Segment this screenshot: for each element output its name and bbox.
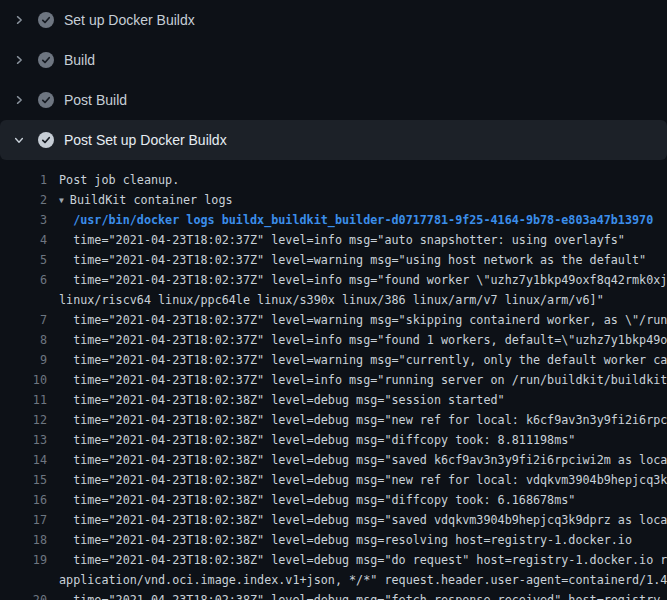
log-text: time="2021-04-23T18:02:38Z" level=debug …	[59, 390, 505, 410]
log-line: 9 time="2021-04-23T18:02:37Z" level=warn…	[0, 350, 667, 370]
chevron-right-icon	[13, 14, 25, 26]
log-line: 18 time="2021-04-23T18:02:38Z" level=deb…	[0, 530, 667, 550]
log-text: Post job cleanup.	[59, 170, 179, 190]
triangle-down-icon: ▼	[59, 191, 64, 211]
log-text: time="2021-04-23T18:02:38Z" level=debug …	[59, 450, 667, 470]
log-line: 7 time="2021-04-23T18:02:37Z" level=warn…	[0, 310, 667, 330]
log-line: 3 /usr/bin/docker logs buildx_buildkit_b…	[0, 210, 667, 230]
log-line: 16 time="2021-04-23T18:02:38Z" level=deb…	[0, 490, 667, 510]
line-number[interactable]: 11	[0, 390, 47, 410]
line-number[interactable]: 13	[0, 430, 47, 450]
log-text-wrapped: application/vnd.oci.image.index.v1+json,…	[59, 570, 667, 590]
log-text: time="2021-04-23T18:02:38Z" level=debug …	[59, 530, 632, 550]
line-number[interactable]: 4	[0, 230, 47, 250]
log-text: time="2021-04-23T18:02:38Z" level=debug …	[59, 470, 667, 490]
step-row-set-up-docker-buildx[interactable]: Set up Docker Buildx	[0, 0, 667, 40]
log-line: 14 time="2021-04-23T18:02:38Z" level=deb…	[0, 450, 667, 470]
line-number[interactable]: 12	[0, 410, 47, 430]
chevron-right-icon	[13, 94, 25, 106]
check-circle-icon	[38, 52, 54, 68]
line-number[interactable]: 7	[0, 310, 47, 330]
line-number[interactable]: 8	[0, 330, 47, 350]
step-label: Post Set up Docker Buildx	[64, 132, 227, 148]
log-text: time="2021-04-23T18:02:37Z" level=info m…	[59, 370, 667, 390]
log-text: time="2021-04-23T18:02:37Z" level=warnin…	[59, 350, 667, 370]
line-number[interactable]: 1	[0, 170, 47, 190]
log-line: 2 ▼BuildKit container logs	[0, 190, 667, 210]
chevron-right-icon	[13, 54, 25, 66]
log-line: 11 time="2021-04-23T18:02:38Z" level=deb…	[0, 390, 667, 410]
line-number[interactable]: 15	[0, 470, 47, 490]
log-group-label: BuildKit container logs	[70, 193, 233, 207]
log-line: 20 time="2021-04-23T18:02:38Z" level=deb…	[0, 590, 667, 600]
line-number[interactable]: 5	[0, 250, 47, 270]
line-number[interactable]: 3	[0, 210, 47, 230]
check-circle-icon	[38, 12, 54, 28]
line-number[interactable]: 2	[0, 190, 47, 210]
step-label: Build	[64, 52, 95, 68]
step-row-build[interactable]: Build	[0, 40, 667, 80]
log-line: 19 time="2021-04-23T18:02:38Z" level=deb…	[0, 550, 667, 570]
line-number[interactable]: 19	[0, 550, 47, 570]
log-line: 10 time="2021-04-23T18:02:37Z" level=inf…	[0, 370, 667, 390]
log-text: time="2021-04-23T18:02:37Z" level=warnin…	[59, 310, 667, 330]
line-number[interactable]: 6	[0, 270, 47, 290]
line-number[interactable]: 18	[0, 530, 47, 550]
log-text: time="2021-04-23T18:02:38Z" level=debug …	[59, 590, 667, 600]
line-number	[0, 570, 47, 590]
line-number[interactable]: 16	[0, 490, 47, 510]
line-number[interactable]: 10	[0, 370, 47, 390]
log-text: time="2021-04-23T18:02:38Z" level=debug …	[59, 410, 667, 430]
log-line: 6 time="2021-04-23T18:02:37Z" level=info…	[0, 270, 667, 290]
log-line: 13 time="2021-04-23T18:02:38Z" level=deb…	[0, 430, 667, 450]
log-group-toggle[interactable]: ▼BuildKit container logs	[59, 190, 233, 210]
step-row-post-set-up-docker-buildx[interactable]: Post Set up Docker Buildx	[0, 120, 667, 160]
actions-log-viewer: Set up Docker Buildx Build Post Build	[0, 0, 667, 600]
step-row-post-build[interactable]: Post Build	[0, 80, 667, 120]
check-circle-icon	[38, 132, 54, 148]
log-line: 8 time="2021-04-23T18:02:37Z" level=info…	[0, 330, 667, 350]
log-text: time="2021-04-23T18:02:37Z" level=info m…	[59, 270, 667, 290]
log-line: 12 time="2021-04-23T18:02:38Z" level=deb…	[0, 410, 667, 430]
log-text: time="2021-04-23T18:02:37Z" level=info m…	[59, 230, 625, 250]
line-number[interactable]: 9	[0, 350, 47, 370]
log-text: time="2021-04-23T18:02:38Z" level=debug …	[59, 490, 575, 510]
log-line: 15 time="2021-04-23T18:02:38Z" level=deb…	[0, 470, 667, 490]
line-number[interactable]: 17	[0, 510, 47, 530]
step-list: Set up Docker Buildx Build Post Build	[0, 0, 667, 160]
log-line: 17 time="2021-04-23T18:02:38Z" level=deb…	[0, 510, 667, 530]
step-label: Post Build	[64, 92, 127, 108]
log-text: time="2021-04-23T18:02:38Z" level=debug …	[59, 430, 575, 450]
log-line: 4 time="2021-04-23T18:02:37Z" level=info…	[0, 230, 667, 250]
log-text: time="2021-04-23T18:02:37Z" level=info m…	[59, 330, 667, 350]
log-line: 1 Post job cleanup.	[0, 170, 667, 190]
log-text-wrapped: linux/riscv64 linux/ppc64le linux/s390x …	[59, 290, 604, 310]
log-output: 1 Post job cleanup. 2 ▼BuildKit containe…	[0, 170, 667, 600]
line-number	[0, 290, 47, 310]
log-command-text: /usr/bin/docker logs buildx_buildkit_bui…	[59, 210, 653, 230]
step-label: Set up Docker Buildx	[64, 12, 195, 28]
log-line: linux/riscv64 linux/ppc64le linux/s390x …	[0, 290, 667, 310]
log-line: application/vnd.oci.image.index.v1+json,…	[0, 570, 667, 590]
log-text: time="2021-04-23T18:02:38Z" level=debug …	[59, 550, 667, 570]
log-line: 5 time="2021-04-23T18:02:37Z" level=warn…	[0, 250, 667, 270]
log-text: time="2021-04-23T18:02:38Z" level=debug …	[59, 510, 667, 530]
line-number[interactable]: 20	[0, 590, 47, 600]
check-circle-icon	[38, 92, 54, 108]
log-text: time="2021-04-23T18:02:37Z" level=warnin…	[59, 250, 646, 270]
chevron-down-icon	[13, 134, 25, 146]
line-number[interactable]: 14	[0, 450, 47, 470]
